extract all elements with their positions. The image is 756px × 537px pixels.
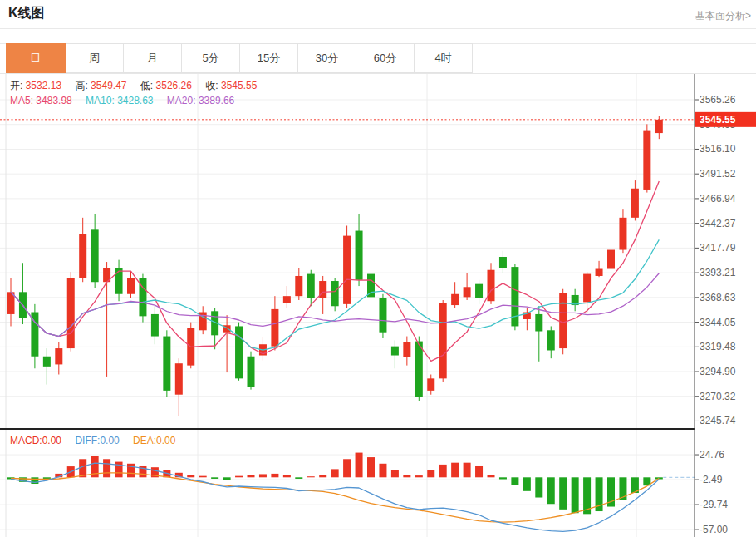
kline-page: { "header": { "title": "K线图", "analysis_… <box>0 0 756 537</box>
dea-label: DEA: <box>133 435 156 446</box>
diff-label: DIFF: <box>75 435 100 446</box>
svg-text:3393.21: 3393.21 <box>700 267 736 278</box>
open-label: 开: <box>10 80 22 91</box>
ma10-label: MA10: <box>86 95 115 106</box>
page-title: K线图 <box>8 5 45 22</box>
svg-text:3565.26: 3565.26 <box>700 94 736 106</box>
tab-日[interactable]: 日 <box>6 43 66 73</box>
svg-text:3417.79: 3417.79 <box>700 242 736 254</box>
svg-text:-29.74: -29.74 <box>700 499 728 510</box>
high-value: 3549.47 <box>91 80 126 91</box>
svg-text:3245.74: 3245.74 <box>700 415 736 426</box>
tab-月[interactable]: 月 <box>124 44 182 72</box>
svg-text:3516.10: 3516.10 <box>700 143 736 155</box>
tab-4时[interactable]: 4时 <box>415 44 472 72</box>
ma5-value: 3483.98 <box>36 95 71 106</box>
tab-30分[interactable]: 30分 <box>298 44 356 72</box>
macd-value: 0.00 <box>42 435 61 446</box>
macd-axis-labels: 24.76-2.49-29.74-57.00 <box>695 449 728 535</box>
svg-text:-2.49: -2.49 <box>700 474 723 485</box>
low-value: 3526.26 <box>156 80 192 91</box>
close-label: 收: <box>205 80 218 91</box>
high-label: 高: <box>75 80 87 91</box>
period-tabs: 日周月5分15分30分60分4时 <box>6 43 473 73</box>
ohlc-readout: 开: 3532.13 高: 3549.47 低: 3526.26 收: 3545… <box>10 79 268 93</box>
svg-text:3294.90: 3294.90 <box>700 366 736 377</box>
tab-周[interactable]: 周 <box>66 44 124 72</box>
dea-value: 0.00 <box>156 435 175 446</box>
kline-macd-chart[interactable]: 3565.263540.683516.103491.523466.943442.… <box>0 73 756 537</box>
macd-readout: MACD:0.00 DIFF:0.00 DEA:0.00 <box>10 435 186 446</box>
svg-text:3368.63: 3368.63 <box>700 292 736 303</box>
svg-text:3491.52: 3491.52 <box>700 168 736 180</box>
ma10-value: 3428.63 <box>117 95 153 106</box>
close-value: 3545.55 <box>221 80 257 91</box>
svg-text:3319.48: 3319.48 <box>700 341 736 352</box>
macd-label: MACD: <box>10 435 42 446</box>
tab-60分[interactable]: 60分 <box>356 44 415 72</box>
open-value: 3532.13 <box>26 80 61 91</box>
header-divider <box>0 28 756 29</box>
ma20-value: 3389.66 <box>199 95 234 106</box>
price-axis-labels: 3565.263540.683516.103491.523466.943442.… <box>695 94 736 426</box>
svg-text:24.76: 24.76 <box>700 449 724 461</box>
fundamental-analysis-link[interactable]: 基本面分析> <box>695 9 751 23</box>
candles <box>7 116 663 416</box>
svg-text:-57.00: -57.00 <box>700 524 728 535</box>
diff-value: 0.00 <box>100 435 119 446</box>
ma20-label: MA20: <box>167 95 196 106</box>
svg-text:3270.32: 3270.32 <box>700 391 736 402</box>
ma-readout: MA5: 3483.98 MA10: 3428.63 MA20: 3389.66 <box>10 95 245 106</box>
tab-5分[interactable]: 5分 <box>182 44 240 72</box>
svg-text:3442.37: 3442.37 <box>700 218 736 229</box>
low-label: 低: <box>140 80 153 91</box>
svg-text:3466.94: 3466.94 <box>700 193 736 204</box>
svg-text:3344.05: 3344.05 <box>700 317 736 328</box>
ma5-label: MA5: <box>10 95 33 106</box>
tab-15分[interactable]: 15分 <box>240 44 298 72</box>
current-price-badge-value: 3545.55 <box>700 114 736 126</box>
